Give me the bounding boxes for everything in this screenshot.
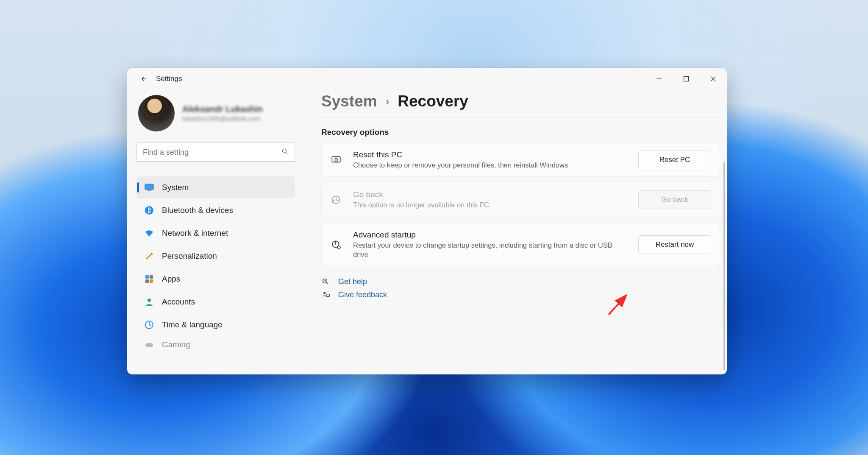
minimize-button[interactable] bbox=[645, 68, 673, 90]
sidebar-item-label: Accounts bbox=[162, 297, 195, 307]
sidebar-item-accounts[interactable]: Accounts bbox=[136, 291, 295, 313]
sidebar-item-personalization[interactable]: Personalization bbox=[136, 245, 295, 267]
svg-point-10 bbox=[147, 299, 151, 302]
feedback-icon bbox=[321, 291, 331, 299]
sidebar-item-label: Gaming bbox=[162, 340, 190, 349]
close-icon bbox=[710, 76, 716, 82]
settings-window: Settings Aleksandr Lukashin lukashin1305… bbox=[127, 68, 727, 374]
person-icon bbox=[144, 297, 154, 307]
card-subtitle: Choose to keep or remove your personal f… bbox=[353, 160, 628, 170]
sidebar-item-system[interactable]: System bbox=[136, 176, 295, 198]
wifi-icon bbox=[144, 228, 154, 238]
sidebar-item-label: Time & language bbox=[162, 320, 223, 329]
sidebar-item-label: Network & internet bbox=[162, 229, 228, 238]
restart-now-button[interactable]: Restart now bbox=[638, 235, 711, 254]
sidebar-item-bluetooth[interactable]: Bluetooth & devices bbox=[136, 199, 295, 221]
card-title: Advanced startup bbox=[353, 230, 628, 240]
svg-rect-7 bbox=[150, 275, 153, 279]
sidebar-item-label: System bbox=[162, 183, 189, 192]
sidebar-item-gaming[interactable]: Gaming bbox=[136, 337, 295, 353]
sidebar-item-apps[interactable]: Apps bbox=[136, 268, 295, 290]
help-icon bbox=[321, 278, 331, 286]
give-feedback-link[interactable]: Give feedback bbox=[321, 290, 719, 299]
nav-list: System Bluetooth & devices Network & int… bbox=[136, 176, 295, 353]
page-title: Recovery bbox=[398, 92, 468, 110]
give-feedback-label[interactable]: Give feedback bbox=[338, 290, 387, 299]
titlebar: Settings bbox=[127, 68, 727, 90]
card-subtitle: Restart your device to change startup se… bbox=[353, 240, 628, 260]
svg-rect-0 bbox=[684, 77, 689, 81]
section-title: Recovery options bbox=[321, 128, 719, 137]
sidebar: Aleksandr Lukashin lukashin1305@outlook.… bbox=[127, 90, 304, 374]
close-button[interactable] bbox=[700, 68, 727, 90]
minimize-icon bbox=[656, 76, 662, 82]
sidebar-item-label: Apps bbox=[162, 274, 180, 284]
scrollbar[interactable] bbox=[723, 162, 725, 370]
svg-rect-6 bbox=[145, 275, 149, 279]
breadcrumb: System › Recovery bbox=[321, 92, 719, 110]
divider bbox=[321, 117, 719, 117]
sidebar-item-label: Personalization bbox=[162, 251, 217, 261]
apps-icon bbox=[144, 274, 154, 284]
history-icon bbox=[329, 194, 343, 205]
main-content: System › Recovery Recovery options Reset… bbox=[304, 90, 727, 374]
svg-point-17 bbox=[323, 292, 326, 294]
search-input[interactable] bbox=[143, 148, 275, 157]
app-title: Settings bbox=[156, 75, 182, 83]
paintbrush-icon bbox=[144, 251, 154, 261]
reset-pc-button[interactable]: Reset PC bbox=[638, 151, 711, 169]
profile-block[interactable]: Aleksandr Lukashin lukashin1305@outlook.… bbox=[136, 90, 295, 142]
user-email: lukashin1305@outlook.com bbox=[182, 115, 263, 122]
get-help-label[interactable]: Get help bbox=[338, 277, 367, 286]
user-name: Aleksandr Lukashin bbox=[182, 104, 263, 114]
svg-rect-4 bbox=[147, 190, 151, 191]
sidebar-item-label: Bluetooth & devices bbox=[162, 206, 233, 215]
svg-rect-12 bbox=[145, 343, 153, 347]
card-reset-pc: Reset this PC Choose to keep or remove y… bbox=[321, 143, 719, 177]
bluetooth-icon bbox=[144, 205, 154, 215]
window-controls bbox=[645, 68, 727, 90]
reset-icon bbox=[329, 154, 343, 165]
power-gear-icon bbox=[329, 239, 343, 250]
search-box[interactable] bbox=[136, 142, 295, 162]
svg-rect-8 bbox=[145, 279, 149, 283]
arrow-left-icon bbox=[139, 75, 147, 83]
chevron-right-icon: › bbox=[386, 95, 389, 108]
clock-globe-icon bbox=[144, 320, 154, 330]
svg-rect-9 bbox=[150, 279, 153, 283]
maximize-button[interactable] bbox=[673, 68, 700, 90]
gamepad-icon bbox=[144, 340, 154, 350]
breadcrumb-root[interactable]: System bbox=[321, 92, 377, 110]
sidebar-item-network[interactable]: Network & internet bbox=[136, 222, 295, 244]
sidebar-item-time-language[interactable]: Time & language bbox=[136, 314, 295, 336]
get-help-link[interactable]: Get help bbox=[321, 277, 719, 286]
svg-rect-2 bbox=[145, 184, 153, 190]
card-go-back: Go back This option is no longer availab… bbox=[321, 183, 719, 217]
card-title: Reset this PC bbox=[353, 150, 628, 159]
back-button[interactable] bbox=[136, 71, 151, 87]
card-title: Go back bbox=[353, 190, 628, 199]
maximize-icon bbox=[683, 76, 689, 82]
profile-text: Aleksandr Lukashin lukashin1305@outlook.… bbox=[182, 104, 263, 122]
card-advanced-startup: Advanced startup Restart your device to … bbox=[321, 223, 719, 267]
go-back-button: Go back bbox=[638, 190, 711, 209]
help-links: Get help Give feedback bbox=[321, 277, 719, 299]
card-subtitle: This option is no longer available on th… bbox=[353, 200, 628, 209]
svg-point-1 bbox=[282, 149, 286, 153]
search-icon bbox=[281, 148, 289, 157]
avatar bbox=[138, 95, 175, 131]
monitor-icon bbox=[144, 182, 154, 193]
svg-point-15 bbox=[337, 246, 340, 249]
svg-rect-18 bbox=[326, 294, 330, 296]
